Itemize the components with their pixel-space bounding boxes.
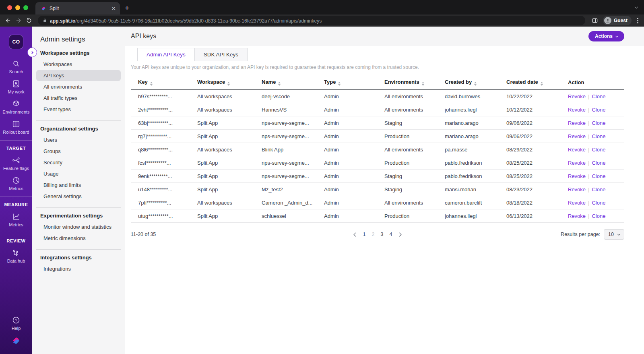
nav-item-all-environments[interactable]: All environments (36, 81, 121, 92)
cell-name: Mz_test2 (262, 183, 324, 196)
cell-key: 7pfi**********... (131, 196, 197, 209)
cell-environments: All environments (384, 103, 445, 116)
column-header-environments[interactable]: Environments (384, 76, 445, 90)
nav-item-metric-dimensions[interactable]: Metric dimensions (36, 233, 121, 244)
page-number-4[interactable]: 4 (389, 232, 392, 237)
page-number-1[interactable]: 1 (363, 232, 366, 237)
page-header: API keys Actions (125, 27, 644, 46)
nav-group-integrations-settings: Integrations settings (40, 255, 125, 261)
table-row: utug**********... Split App schluessel A… (131, 209, 624, 223)
clone-link[interactable]: Clone (592, 93, 605, 99)
cell-workspace: Split App (197, 209, 262, 223)
revoke-link[interactable]: Revoke (568, 120, 586, 126)
revoke-link[interactable]: Revoke (568, 200, 586, 206)
clone-link[interactable]: Clone (592, 120, 605, 126)
clone-link[interactable]: Clone (592, 160, 605, 166)
clone-link[interactable]: Clone (592, 107, 605, 113)
column-header-name[interactable]: Name (262, 76, 324, 90)
nav-group-experimentation-settings: Experimentation settings (40, 213, 125, 219)
action-separator: | (586, 160, 592, 166)
close-window-button[interactable] (7, 5, 12, 10)
nav-item-security[interactable]: Security (36, 157, 121, 168)
nav-item-monitor-window[interactable]: Monitor window and statistics (36, 222, 121, 232)
sidebar-item-help[interactable]: ? Help (12, 316, 21, 331)
column-header-type[interactable]: Type (324, 76, 384, 90)
column-header-created-date[interactable]: Created date (506, 76, 568, 90)
cell-environments: All environments (384, 90, 445, 103)
reload-button[interactable] (25, 16, 33, 25)
sort-icon (150, 82, 153, 86)
revoke-link[interactable]: Revoke (568, 93, 586, 99)
column-header-workspace[interactable]: Workspace (197, 76, 262, 90)
cell-created-date: 08/29/2022 (506, 143, 568, 156)
sort-icon (338, 82, 341, 86)
revoke-link[interactable]: Revoke (568, 173, 586, 179)
sidebar-item-environments[interactable]: Environments (2, 99, 29, 114)
table-row: 2vht**********... All workspaces HannesV… (131, 103, 624, 116)
revoke-link[interactable]: Revoke (568, 160, 586, 166)
action-separator: | (586, 133, 592, 139)
cell-created-by: mansi.mohan (445, 183, 506, 196)
nav-item-users[interactable]: Users (36, 135, 121, 145)
nav-item-event-types[interactable]: Event types (36, 104, 121, 115)
sort-icon (541, 82, 543, 86)
nav-item-integrations[interactable]: Integrations (36, 263, 121, 274)
sidebar-item-segments[interactable]: Metrics (9, 176, 23, 191)
results-per-page-select[interactable]: 10 (604, 229, 624, 240)
sidebar-item-search[interactable]: Search (9, 59, 23, 74)
nav-item-api-keys[interactable]: API keys (36, 70, 121, 81)
page-number-3[interactable]: 3 (381, 232, 384, 237)
sidebar-item-data-hub[interactable]: Data hub (7, 248, 25, 263)
nav-item-workspaces[interactable]: Workspaces (36, 59, 121, 70)
clone-link[interactable]: Clone (592, 173, 605, 179)
cell-action: Revoke|Clone (568, 209, 624, 223)
sidebar-item-metrics[interactable]: Metrics (9, 212, 23, 227)
cell-action: Revoke|Clone (568, 116, 624, 130)
maximize-window-button[interactable] (23, 5, 28, 10)
clone-link[interactable]: Clone (592, 147, 605, 153)
side-panel-icon[interactable] (591, 16, 599, 25)
revoke-link[interactable]: Revoke (568, 107, 586, 113)
column-header-key[interactable]: Key (131, 76, 197, 90)
sidebar-item-feature-flags[interactable]: Feature flags (3, 156, 29, 171)
revoke-link[interactable]: Revoke (568, 147, 586, 153)
nav-item-usage[interactable]: Usage (36, 168, 121, 179)
revoke-link[interactable]: Revoke (568, 186, 586, 193)
clone-link[interactable]: Clone (592, 186, 605, 193)
clone-link[interactable]: Clone (592, 200, 605, 206)
next-page-icon[interactable] (398, 232, 402, 236)
browser-tab[interactable]: Split ✕ (35, 2, 120, 14)
tab-close-icon[interactable]: ✕ (111, 6, 116, 11)
tab-search-chevron-icon[interactable] (635, 2, 638, 10)
browser-menu-icon[interactable] (637, 18, 638, 23)
tab-admin-api-keys[interactable]: Admin API Keys (137, 48, 195, 61)
nav-item-general-settings[interactable]: General settings (36, 191, 121, 202)
sidebar-expand-button[interactable] (27, 48, 37, 57)
page-title: API keys (131, 33, 156, 40)
cell-name: Blink App (262, 143, 324, 156)
nav-item-billing-and-limits[interactable]: Billing and limits (36, 180, 121, 190)
revoke-link[interactable]: Revoke (568, 133, 586, 139)
cell-created-by: cameron.barclift (445, 196, 506, 209)
tab-sdk-api-keys[interactable]: SDK API Keys (194, 48, 248, 61)
nav-item-all-traffic-types[interactable]: All traffic types (36, 93, 121, 104)
actions-button[interactable]: Actions (588, 31, 624, 41)
browser-window: Split ✕ + app.split.io/org/4d3405a0-9ca5… (0, 0, 644, 354)
profile-chip[interactable]: Guest (603, 16, 632, 25)
clone-link[interactable]: Clone (592, 133, 605, 139)
clone-link[interactable]: Clone (592, 213, 605, 219)
nav-title: Admin settings (40, 35, 125, 43)
nav-item-groups[interactable]: Groups (36, 146, 121, 157)
cell-created-date: 06/13/2022 (506, 209, 568, 223)
org-badge[interactable]: CO (9, 35, 23, 49)
address-bar[interactable]: app.split.io/org/4d3405a0-9ca5-11e5-9706… (38, 16, 585, 25)
previous-page-icon[interactable] (353, 232, 357, 236)
sidebar-item-my-work[interactable]: My work (8, 79, 25, 94)
back-button[interactable] (4, 16, 12, 25)
minimize-window-button[interactable] (15, 5, 20, 10)
forward-button[interactable] (14, 16, 23, 25)
sidebar-item-rollout-board[interactable]: Rollout board (3, 120, 29, 135)
revoke-link[interactable]: Revoke (568, 213, 586, 219)
new-tab-button[interactable]: + (125, 4, 129, 12)
column-header-created-by[interactable]: Created by (445, 76, 506, 90)
